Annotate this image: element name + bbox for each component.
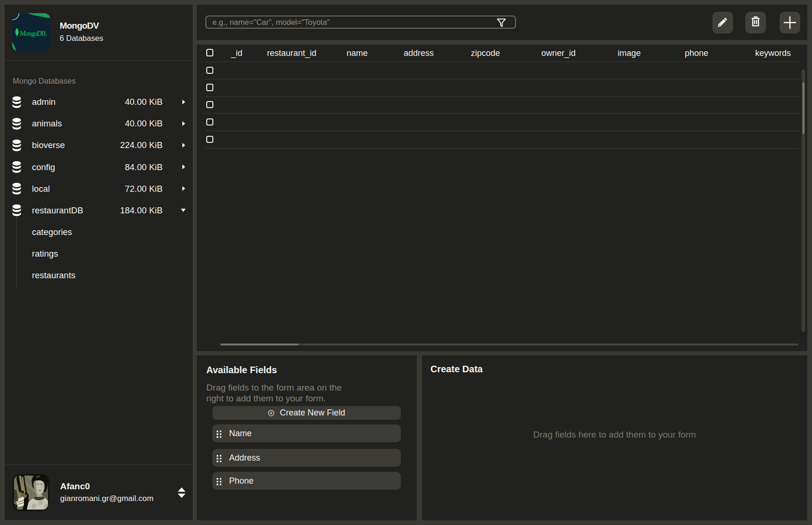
svg-text:MongoDB.: MongoDB.	[20, 30, 47, 37]
